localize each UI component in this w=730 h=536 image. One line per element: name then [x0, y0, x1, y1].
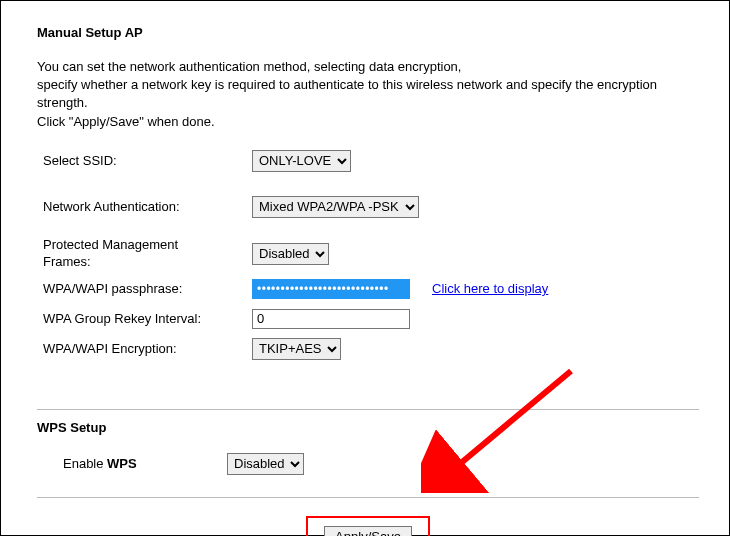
label-ssid: Select SSID: — [37, 153, 252, 168]
row-passphrase: WPA/WAPI passphrase: Click here to displ… — [37, 277, 699, 301]
select-ssid[interactable]: ONLY-LOVE — [252, 150, 351, 172]
select-pmf[interactable]: Disabled — [252, 243, 329, 265]
input-rekey-interval[interactable] — [252, 309, 410, 329]
row-encryption: WPA/WAPI Encryption: TKIP+AES — [37, 337, 699, 361]
select-encryption[interactable]: TKIP+AES — [252, 338, 341, 360]
select-wps[interactable]: Disabled — [227, 453, 304, 475]
apply-save-highlight: Apply/Save — [306, 516, 430, 536]
wps-section-title: WPS Setup — [37, 420, 699, 435]
label-pmf: Protected Management Frames: — [37, 237, 252, 271]
label-wps: Enable WPS — [37, 456, 227, 471]
row-ssid: Select SSID: ONLY-LOVE — [37, 149, 699, 173]
row-pmf: Protected Management Frames: Disabled — [37, 237, 699, 271]
label-auth: Network Authentication: — [37, 199, 252, 214]
intro-line3: Click "Apply/Save" when done. — [37, 114, 215, 129]
divider-2 — [37, 497, 699, 498]
intro-text: You can set the network authentication m… — [37, 58, 699, 131]
page-title: Manual Setup AP — [37, 25, 699, 40]
divider-1 — [37, 409, 699, 410]
label-passphrase: WPA/WAPI passphrase: — [37, 281, 252, 296]
row-auth: Network Authentication: Mixed WPA2/WPA -… — [37, 195, 699, 219]
row-rekey: WPA Group Rekey Interval: — [37, 307, 699, 331]
link-display-passphrase[interactable]: Click here to display — [432, 281, 548, 296]
apply-save-button[interactable]: Apply/Save — [324, 526, 412, 536]
select-network-auth[interactable]: Mixed WPA2/WPA -PSK — [252, 196, 419, 218]
intro-line2: specify whether a network key is require… — [37, 77, 657, 110]
row-wps: Enable WPS Disabled — [37, 453, 699, 475]
label-encryption: WPA/WAPI Encryption: — [37, 341, 252, 356]
intro-line1: You can set the network authentication m… — [37, 59, 461, 74]
input-passphrase[interactable] — [252, 279, 410, 299]
label-rekey: WPA Group Rekey Interval: — [37, 311, 252, 326]
